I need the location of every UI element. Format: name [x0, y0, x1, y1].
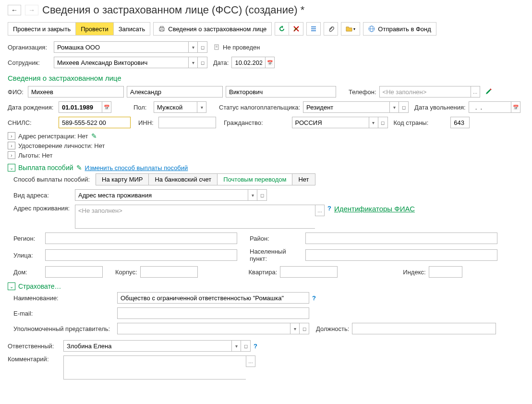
org-input[interactable]: [54, 41, 188, 53]
tab-post[interactable]: Почтовым переводом: [218, 174, 292, 185]
address-type-open-button[interactable]: ◻: [257, 189, 267, 201]
index-label: Индекс:: [403, 269, 425, 276]
flat-label: Квартира:: [249, 269, 278, 276]
tab-mir[interactable]: На карту МИР: [96, 174, 149, 185]
employee-label: Сотрудник:: [8, 59, 51, 66]
svg-rect-3: [311, 26, 316, 27]
rep-label: Уполномоченный представитель:: [13, 325, 114, 332]
responsible-open-button[interactable]: ◻: [241, 340, 251, 352]
folder-dropdown-button[interactable]: ▾: [341, 22, 360, 36]
rep-dropdown-button[interactable]: ▾: [290, 323, 300, 334]
address-type-dropdown-button[interactable]: ▾: [248, 189, 257, 201]
country-code-input[interactable]: [450, 117, 470, 128]
svg-rect-2: [160, 30, 163, 31]
region-input[interactable]: [45, 233, 237, 244]
address-expand-button[interactable]: ›: [8, 132, 15, 140]
insurer-name-help-icon[interactable]: ?: [312, 294, 316, 302]
payment-collapse-button[interactable]: ⌄: [8, 164, 15, 171]
phone-input[interactable]: [379, 86, 471, 98]
date-calendar-button[interactable]: 📅: [265, 57, 275, 68]
index-input[interactable]: [429, 266, 462, 278]
dismiss-date-calendar-button[interactable]: 📅: [511, 101, 520, 113]
snils-input[interactable]: [59, 117, 131, 128]
responsible-help-icon[interactable]: ?: [254, 343, 257, 350]
phone-more-button[interactable]: …: [471, 86, 480, 98]
country-code-label: Код страны:: [394, 119, 429, 126]
otpravit-fond-button[interactable]: Отправить в Фонд: [363, 22, 436, 36]
snils-label: СНИЛС:: [8, 119, 56, 126]
insurer-name-label: Наименование:: [13, 294, 114, 302]
insurer-collapse-button[interactable]: ⌄: [8, 282, 15, 290]
provesti-button[interactable]: Провести: [76, 23, 114, 35]
tab-bank[interactable]: На банковский счет: [149, 174, 218, 185]
street-input[interactable]: [45, 249, 237, 261]
tax-status-label: Статус налогоплательщика:: [219, 104, 300, 111]
flat-input[interactable]: [280, 266, 338, 278]
citizenship-dropdown-button[interactable]: ▾: [369, 117, 378, 128]
rep-open-button[interactable]: ◻: [300, 323, 309, 334]
district-input[interactable]: [305, 233, 497, 244]
fias-link[interactable]: Идентификаторы ФИАС: [334, 205, 415, 213]
phone-label: Телефон:: [349, 88, 376, 96]
dismiss-date-label: Дата увольнения:: [414, 104, 465, 111]
date-input[interactable]: [231, 57, 265, 68]
live-address-label: Адрес проживания:: [13, 205, 72, 212]
tax-status-input[interactable]: [303, 101, 389, 113]
responsible-dropdown-button[interactable]: ▾: [231, 340, 241, 352]
org-open-button[interactable]: ◻: [198, 41, 207, 53]
position-input[interactable]: [352, 323, 496, 334]
change-payment-link[interactable]: Изменить способ выплаты пособий: [85, 164, 188, 171]
citizenship-input[interactable]: [292, 117, 369, 128]
sex-dropdown-button[interactable]: ▾: [197, 101, 206, 113]
org-dropdown-button[interactable]: ▾: [188, 41, 198, 53]
svedeniya-button[interactable]: Сведения о застрахованном лице: [153, 22, 272, 36]
address-type-input[interactable]: [75, 189, 248, 201]
dismiss-date-input[interactable]: [469, 101, 511, 113]
comment-more-button[interactable]: …: [246, 355, 255, 367]
list-button[interactable]: [306, 22, 321, 36]
email-input[interactable]: [117, 307, 309, 319]
citizenship-open-button[interactable]: ◻: [378, 117, 388, 128]
insurer-name-input[interactable]: [117, 292, 309, 304]
refresh-button[interactable]: [275, 22, 289, 36]
live-address-textarea[interactable]: <Не заполнен>: [75, 205, 315, 229]
live-address-help-icon[interactable]: ?: [327, 205, 331, 212]
comment-textarea[interactable]: [63, 355, 246, 380]
benefits-text: Льготы: Нет: [18, 152, 52, 159]
employee-dropdown-button[interactable]: ▾: [188, 57, 198, 68]
payment-edit-icon[interactable]: ✎: [76, 164, 82, 171]
employee-open-button[interactable]: ◻: [198, 57, 207, 68]
forward-button[interactable]: →: [25, 5, 38, 15]
position-label: Должность:: [316, 325, 349, 332]
korpus-input[interactable]: [140, 266, 198, 278]
responsible-input[interactable]: [63, 340, 231, 352]
back-button[interactable]: ←: [8, 5, 21, 15]
attach-button[interactable]: [324, 22, 338, 36]
tax-status-open-button[interactable]: ◻: [399, 101, 409, 113]
live-address-more-button[interactable]: …: [315, 205, 325, 216]
zapisat-button[interactable]: Записать: [114, 23, 150, 35]
dob-input[interactable]: [59, 101, 102, 113]
house-input[interactable]: [45, 266, 103, 278]
provesti-zakryt-button[interactable]: Провести и закрыть: [8, 23, 76, 35]
sex-input[interactable]: [154, 101, 197, 113]
benefits-expand-button[interactable]: ›: [8, 151, 15, 159]
document-icon: [213, 44, 220, 50]
patronymic-input[interactable]: [226, 86, 336, 98]
page-title: Сведения о застрахованном лице (ФСС) (со…: [42, 4, 304, 16]
house-label: Дом:: [13, 269, 42, 276]
firstname-input[interactable]: [127, 86, 223, 98]
surname-input[interactable]: [28, 86, 124, 98]
tab-no[interactable]: Нет: [292, 174, 314, 185]
phone-edit-icon[interactable]: [485, 88, 492, 95]
identity-expand-button[interactable]: ›: [8, 142, 15, 149]
rep-input[interactable]: [117, 323, 290, 334]
tax-status-dropdown-button[interactable]: ▾: [389, 101, 399, 113]
locality-input[interactable]: [305, 249, 497, 261]
address-edit-icon[interactable]: ✎: [91, 132, 97, 140]
inn-input[interactable]: [158, 117, 216, 128]
employee-input[interactable]: [54, 57, 188, 68]
dob-calendar-button[interactable]: 📅: [102, 101, 111, 113]
fio-label: ФИО:: [8, 88, 25, 96]
reject-button[interactable]: [289, 22, 303, 36]
